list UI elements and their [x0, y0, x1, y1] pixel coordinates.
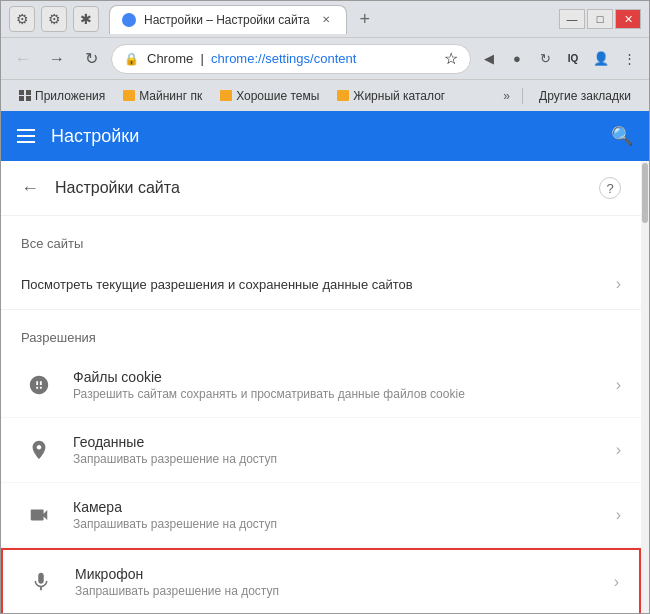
settings-content: ← Настройки сайта ? Все сайты Посмотреть…: [1, 161, 649, 613]
bookmarks-more-button[interactable]: »: [499, 85, 514, 107]
back-button[interactable]: ←: [9, 45, 37, 73]
microphone-row[interactable]: Микрофон Запрашивать разрешение на досту…: [1, 548, 641, 613]
settings-inner: ← Настройки сайта ? Все сайты Посмотреть…: [1, 161, 641, 613]
address-bar[interactable]: 🔒 Chrome | chrome://settings/content ☆: [111, 44, 471, 74]
geodata-content: Геоданные Запрашивать разрешение на дост…: [73, 434, 608, 466]
cookies-title: Файлы cookie: [73, 369, 608, 385]
nav-menu-btn[interactable]: ⋮: [617, 47, 641, 71]
apps-icon: [19, 90, 31, 102]
settings-area: Настройки 🔍 ← Настройки сайта ? Все сайт…: [1, 111, 649, 613]
settings-header: Настройки 🔍: [1, 111, 649, 161]
settings-search-button[interactable]: 🔍: [611, 125, 633, 147]
nav-iq-btn[interactable]: IQ: [561, 47, 585, 71]
bookmarks-separator: [522, 88, 523, 104]
active-tab[interactable]: Настройки – Настройки сайта ✕: [109, 5, 347, 34]
view-permissions-arrow: ›: [616, 275, 621, 293]
tab-favicon: [122, 13, 136, 27]
section-label-permissions: Разрешения: [1, 310, 641, 353]
bookmark-star-icon[interactable]: ☆: [444, 49, 458, 68]
view-permissions-text: Посмотреть текущие разрешения и сохранен…: [21, 277, 616, 292]
geodata-row[interactable]: Геоданные Запрашивать разрешение на дост…: [1, 418, 641, 483]
microphone-content: Микрофон Запрашивать разрешение на досту…: [75, 566, 606, 598]
minimize-button[interactable]: —: [559, 9, 585, 29]
location-svg: [28, 439, 50, 461]
camera-icon: [21, 497, 57, 533]
camera-row[interactable]: Камера Запрашивать разрешение на доступ …: [1, 483, 641, 548]
settings-title: Настройки: [51, 126, 595, 147]
cookies-subtitle: Разрешить сайтам сохранять и просматрива…: [73, 387, 608, 401]
bookmark-catalog[interactable]: Жирный каталог: [329, 85, 453, 107]
bookmark-apps-label: Приложения: [35, 89, 105, 103]
icon-btn-1[interactable]: ⚙: [9, 6, 35, 32]
main-content: Настройки 🔍 ← Настройки сайта ? Все сайт…: [1, 111, 649, 613]
bookmark-other-label: Другие закладки: [539, 89, 631, 103]
microphone-arrow: ›: [614, 573, 619, 591]
bookmark-mining[interactable]: Майнинг пк: [115, 85, 210, 107]
refresh-button[interactable]: ↻: [77, 45, 105, 73]
nav-extensions-btn[interactable]: ◀: [477, 47, 501, 71]
folder-icon-1: [123, 90, 135, 101]
folder-icon-2: [220, 90, 232, 101]
nav-right-buttons: ◀ ● ↻ IQ 👤 ⋮: [477, 47, 641, 71]
title-bar-icons: ⚙ ⚙ ✱: [9, 6, 99, 32]
nav-profile-btn[interactable]: 👤: [589, 47, 613, 71]
nav-avatar-btn[interactable]: ●: [505, 47, 529, 71]
geodata-arrow: ›: [616, 441, 621, 459]
scrollbar-track[interactable]: [641, 161, 649, 613]
bookmark-themes[interactable]: Хорошие темы: [212, 85, 327, 107]
browser-window: ⚙ ⚙ ✱ Настройки – Настройки сайта ✕ + — …: [0, 0, 650, 614]
address-url: chrome://settings/content: [211, 51, 356, 66]
geodata-subtitle: Запрашивать разрешение на доступ: [73, 452, 608, 466]
address-lock-icon: 🔒: [124, 52, 139, 66]
tab-close-button[interactable]: ✕: [318, 12, 334, 28]
navigation-bar: ← → ↻ 🔒 Chrome | chrome://settings/conte…: [1, 37, 649, 79]
bookmark-themes-label: Хорошие темы: [236, 89, 319, 103]
camera-arrow: ›: [616, 506, 621, 524]
bookmark-catalog-label: Жирный каталог: [353, 89, 445, 103]
title-bar: ⚙ ⚙ ✱ Настройки – Настройки сайта ✕ + — …: [1, 1, 649, 37]
bookmark-mining-label: Майнинг пк: [139, 89, 202, 103]
cookie-icon: [21, 367, 57, 403]
camera-content: Камера Запрашивать разрешение на доступ: [73, 499, 608, 531]
help-button[interactable]: ?: [599, 177, 621, 199]
cookies-row[interactable]: Файлы cookie Разрешить сайтам сохранять …: [1, 353, 641, 418]
camera-subtitle: Запрашивать разрешение на доступ: [73, 517, 608, 531]
icon-btn-3[interactable]: ✱: [73, 6, 99, 32]
close-button[interactable]: ✕: [615, 9, 641, 29]
location-icon: [21, 432, 57, 468]
maximize-button[interactable]: □: [587, 9, 613, 29]
section-label-all-sites: Все сайты: [1, 216, 641, 259]
cookies-arrow: ›: [616, 376, 621, 394]
microphone-subtitle: Запрашивать разрешение на доступ: [75, 584, 606, 598]
hamburger-line-3: [17, 141, 35, 143]
microphone-svg: [30, 571, 52, 593]
folder-icon-3: [337, 90, 349, 101]
forward-button[interactable]: →: [43, 45, 71, 73]
bookmark-other[interactable]: Другие закладки: [531, 85, 639, 107]
back-header: ← Настройки сайта ?: [1, 161, 641, 216]
address-prefix: Chrome: [147, 51, 193, 66]
camera-title: Камера: [73, 499, 608, 515]
bookmark-apps[interactable]: Приложения: [11, 85, 113, 107]
microphone-title: Микрофон: [75, 566, 606, 582]
back-button[interactable]: ←: [21, 178, 39, 199]
scrollbar-thumb[interactable]: [642, 163, 648, 223]
icon-btn-2[interactable]: ⚙: [41, 6, 67, 32]
new-tab-button[interactable]: +: [351, 6, 379, 34]
page-title: Настройки сайта: [55, 179, 583, 197]
view-permissions-row[interactable]: Посмотреть текущие разрешения и сохранен…: [1, 259, 641, 310]
address-text: Chrome | chrome://settings/content: [147, 51, 436, 66]
cookies-content: Файлы cookie Разрешить сайтам сохранять …: [73, 369, 608, 401]
hamburger-menu-button[interactable]: [17, 129, 35, 143]
bookmarks-bar: Приложения Майнинг пк Хорошие темы Жирны…: [1, 79, 649, 111]
geodata-title: Геоданные: [73, 434, 608, 450]
nav-translate-btn[interactable]: ↻: [533, 47, 557, 71]
camera-svg: [28, 504, 50, 526]
microphone-icon: [23, 564, 59, 600]
cookie-svg: [28, 374, 50, 396]
hamburger-line-2: [17, 135, 35, 137]
hamburger-line-1: [17, 129, 35, 131]
window-controls: — □ ✕: [559, 9, 641, 29]
tab-area: Настройки – Настройки сайта ✕ +: [109, 5, 555, 34]
tab-title: Настройки – Настройки сайта: [144, 13, 310, 27]
